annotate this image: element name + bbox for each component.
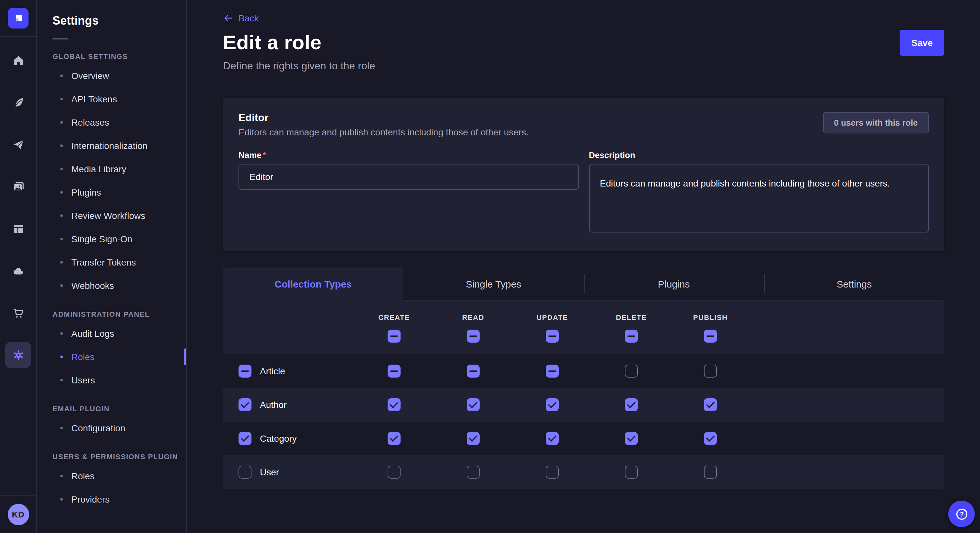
select-all-delete-checkbox[interactable]	[625, 330, 638, 343]
category-update-checkbox[interactable]	[546, 432, 559, 445]
column-publish: PUBLISH	[671, 314, 750, 321]
select-all-create-checkbox[interactable]	[388, 330, 401, 343]
row-select-checkbox[interactable]	[239, 432, 251, 445]
article-create-checkbox[interactable]	[388, 365, 401, 378]
author-delete-checkbox[interactable]	[625, 398, 638, 411]
rail-footer: KD	[0, 495, 36, 533]
author-create-checkbox[interactable]	[388, 398, 401, 411]
required-asterisk: *	[263, 150, 266, 160]
article-publish-checkbox[interactable]	[704, 365, 717, 378]
row-select-checkbox[interactable]	[239, 398, 251, 411]
name-field-group: Name*	[239, 150, 579, 235]
sidebar-item-overview[interactable]: Overview	[37, 64, 186, 87]
row-select-checkbox[interactable]	[239, 365, 251, 378]
tab-collection-types[interactable]: Collection Types	[223, 268, 404, 300]
description-textarea[interactable]: Editors can manage and publish contents …	[589, 164, 929, 233]
user-publish-checkbox[interactable]	[704, 466, 717, 479]
row-label: Article	[260, 366, 285, 376]
nav-content-type-builder[interactable]	[5, 89, 31, 115]
sidebar-item-api-tokens[interactable]: API Tokens	[37, 87, 186, 111]
role-card-heading: Editor Editors can manage and publish co…	[239, 112, 528, 137]
sidebar-item-roles-admin[interactable]: Roles	[37, 345, 186, 368]
category-publish-checkbox[interactable]	[704, 432, 717, 445]
bullet-icon	[60, 214, 63, 217]
select-all-publish-checkbox[interactable]	[704, 330, 717, 343]
category-delete-checkbox[interactable]	[625, 432, 638, 445]
nav-settings[interactable]	[5, 342, 31, 368]
permissions-panel: CREATE READ UPDATE DELETE PUBLISH	[223, 300, 944, 489]
strapi-logo[interactable]	[8, 8, 29, 29]
nav-content-manager[interactable]	[5, 216, 31, 241]
permission-row-article: Article	[223, 354, 944, 388]
avatar[interactable]: KD	[8, 504, 29, 525]
row-select-checkbox[interactable]	[239, 466, 251, 479]
sidebar-item-audit-logs[interactable]: Audit Logs	[37, 322, 186, 345]
category-create-checkbox[interactable]	[388, 432, 401, 445]
role-details-card: Editor Editors can manage and publish co…	[223, 98, 944, 251]
author-read-checkbox[interactable]	[467, 398, 480, 411]
sidebar-item-releases[interactable]: Releases	[37, 111, 186, 134]
tab-divider	[584, 274, 584, 293]
sidebar-item-providers[interactable]: Providers	[37, 488, 186, 511]
nav-home[interactable]	[5, 47, 31, 73]
select-all-update-checkbox[interactable]	[546, 330, 559, 343]
tab-single-types[interactable]: Single Types	[404, 268, 584, 300]
sidebar-item-media-library[interactable]: Media Library	[37, 157, 186, 181]
page-subtitle: Define the rights given to the role	[223, 60, 944, 72]
sidebar-item-review-workflows[interactable]: Review Workflows	[37, 204, 186, 227]
nav-cloud[interactable]	[5, 258, 31, 284]
select-all-read-checkbox[interactable]	[467, 330, 480, 343]
title-row: Edit a role Save	[223, 30, 944, 56]
article-read-checkbox[interactable]	[467, 365, 480, 378]
back-link[interactable]: Back	[223, 13, 259, 23]
column-create: CREATE	[355, 314, 434, 321]
bullet-icon	[60, 498, 63, 501]
user-create-checkbox[interactable]	[388, 466, 401, 479]
tab-plugins[interactable]: Plugins	[584, 268, 764, 300]
author-publish-checkbox[interactable]	[704, 398, 717, 411]
sidebar-item-configuration[interactable]: Configuration	[37, 416, 186, 440]
row-label: Category	[260, 433, 297, 444]
tab-settings[interactable]: Settings	[764, 268, 945, 300]
name-input[interactable]	[239, 164, 579, 190]
article-delete-checkbox[interactable]	[625, 365, 638, 378]
name-label: Name*	[239, 150, 579, 160]
user-delete-checkbox[interactable]	[625, 466, 638, 479]
layout-icon	[12, 222, 24, 235]
arrow-left-icon	[223, 13, 233, 23]
role-name-heading: Editor	[239, 112, 528, 124]
bullet-icon	[60, 379, 63, 381]
section-administration-panel: ADMINISTRATION PANEL	[52, 310, 186, 318]
row-label: Author	[260, 400, 287, 410]
sidebar-item-webhooks[interactable]: Webhooks	[37, 274, 186, 297]
bullet-icon	[60, 168, 63, 170]
bullet-icon	[60, 261, 63, 263]
column-update: UPDATE	[513, 314, 592, 321]
user-update-checkbox[interactable]	[546, 466, 559, 479]
article-update-checkbox[interactable]	[546, 365, 559, 378]
users-with-role-badge[interactable]: 0 users with this role	[823, 112, 929, 133]
nav-deploy[interactable]	[5, 132, 31, 157]
sidebar-item-single-sign-on[interactable]: Single Sign-On	[37, 227, 186, 251]
user-read-checkbox[interactable]	[467, 466, 480, 479]
section-global-settings: GLOBAL SETTINGS	[52, 52, 186, 60]
sidebar-item-internationalization[interactable]: Internationalization	[37, 134, 186, 157]
author-update-checkbox[interactable]	[546, 398, 559, 411]
save-button[interactable]: Save	[900, 30, 944, 56]
sidebar-item-plugins[interactable]: Plugins	[37, 181, 186, 204]
help-button[interactable]: ?	[948, 501, 975, 527]
permissions-header: CREATE READ UPDATE DELETE PUBLISH	[223, 300, 944, 354]
section-email-plugin: EMAIL PLUGIN	[52, 405, 186, 412]
nav-media-library[interactable]	[5, 174, 31, 200]
permissions-master-checkboxes	[223, 330, 944, 343]
sidebar-item-users[interactable]: Users	[37, 368, 186, 392]
category-read-checkbox[interactable]	[467, 432, 480, 445]
sidebar-item-transfer-tokens[interactable]: Transfer Tokens	[37, 251, 186, 274]
role-description-text: Editors can manage and publish contents …	[239, 127, 528, 137]
permissions-section: Collection Types Single Types Plugins Se…	[223, 268, 944, 489]
sidebar-title-divider	[52, 38, 68, 40]
nav-marketplace[interactable]	[5, 300, 31, 326]
tab-divider	[764, 274, 765, 293]
page-title: Edit a role	[223, 31, 321, 54]
sidebar-item-roles-users-permissions[interactable]: Roles	[37, 464, 186, 488]
